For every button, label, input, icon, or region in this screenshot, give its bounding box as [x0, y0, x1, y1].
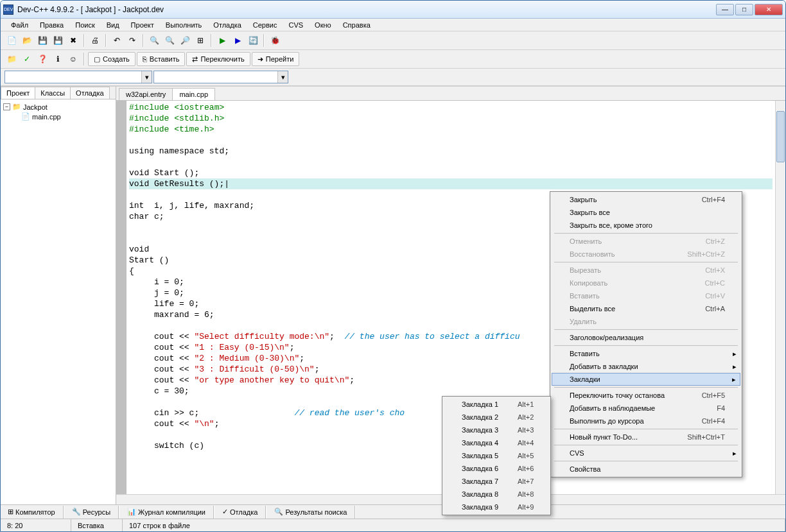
submenu-arrow-icon: ▸	[733, 363, 737, 371]
save-icon[interactable]: 💾	[35, 33, 49, 47]
menu-файл[interactable]: Файл	[6, 20, 33, 30]
toolbar-secondary: 📁 ✓ ❓ ℹ ☺ ▢Создать ⎘Вставить ⇄Переключит…	[1, 50, 785, 69]
bookmark-item[interactable]: Закладка 4Alt+4	[444, 436, 549, 449]
context-item[interactable]: ЗакрытьCtrl+F4	[552, 193, 740, 206]
bookmark-item[interactable]: Закладка 5Alt+5	[444, 449, 549, 462]
find-icon[interactable]: 🔍	[147, 33, 161, 47]
bottom-tab[interactable]: 🔍Результаты поиска	[270, 506, 351, 518]
context-item[interactable]: Добавить в закладки▸	[552, 360, 740, 373]
minimize-button[interactable]: —	[716, 4, 734, 15]
editor-tab[interactable]: w32api.entry	[119, 88, 173, 100]
collapse-icon[interactable]: −	[3, 103, 10, 110]
print-icon[interactable]: 🖨	[88, 33, 102, 47]
context-item[interactable]: Вставить▸	[552, 347, 740, 360]
insert-button[interactable]: ⎘Вставить	[137, 52, 186, 66]
left-tab[interactable]: Классы	[35, 87, 71, 99]
context-item[interactable]: Свойства	[552, 463, 740, 476]
toggle-icon: ⇄	[192, 55, 198, 64]
new-project-icon[interactable]: 📁	[4, 52, 19, 66]
left-panel-tabs: ПроектКлассыОтладка	[1, 87, 116, 99]
smile-icon[interactable]: ☺	[66, 52, 80, 66]
context-item[interactable]: Переключить точку остановаCtrl+F5	[552, 389, 740, 402]
menu-отладка[interactable]: Отладка	[208, 20, 246, 30]
context-menu[interactable]: ЗакрытьCtrl+F4Закрыть всеЗакрыть все, кр…	[550, 191, 742, 477]
context-item[interactable]: Заголовок/реализация	[552, 331, 740, 344]
context-item[interactable]: Закладки▸	[552, 373, 740, 386]
context-item: КопироватьCtrl+C	[552, 277, 740, 289]
bookmark-item[interactable]: Закладка 7Alt+7	[444, 475, 549, 488]
maximize-button[interactable]: □	[735, 4, 753, 15]
app-icon: DEV	[3, 4, 13, 15]
context-item: ВырезатьCtrl+X	[552, 264, 740, 277]
menu-проект[interactable]: Проект	[126, 20, 159, 30]
context-item[interactable]: CVS▸	[552, 447, 740, 459]
find-next-icon[interactable]: 🔎	[178, 33, 192, 47]
context-item[interactable]: Закрыть все, кроме этого	[552, 219, 740, 232]
rebuild-icon[interactable]: 🔄	[246, 33, 260, 47]
left-tab[interactable]: Отладка	[70, 87, 109, 99]
folder-icon: 📁	[12, 103, 21, 111]
bottom-tab[interactable]: ✓Отладка	[218, 506, 262, 518]
bookmark-item[interactable]: Закладка 2Alt+2	[444, 411, 549, 424]
close-button[interactable]: ✕	[755, 4, 783, 15]
current-line: void GetResults ();|	[129, 178, 773, 189]
left-tab[interactable]: Проект	[1, 87, 35, 99]
menu-cvs[interactable]: CVS	[283, 20, 308, 30]
context-item[interactable]: Закрыть все	[552, 206, 740, 219]
bottom-tab[interactable]: ⊞Компилятор	[3, 506, 60, 518]
separator	[143, 34, 144, 47]
bookmark-item[interactable]: Закладка 6Alt+6	[444, 462, 549, 475]
open-icon[interactable]: 📂	[20, 33, 34, 47]
status-mode: Вставка	[71, 519, 123, 531]
menu-сервис[interactable]: Сервис	[248, 20, 283, 30]
vertical-scrollbar[interactable]	[775, 101, 785, 494]
menu-окно[interactable]: Окно	[310, 20, 336, 30]
tree-file[interactable]: 📄 main.cpp	[3, 112, 113, 121]
toggle-button[interactable]: ⇄Переключить	[186, 52, 250, 66]
tree-root-label: Jackpot	[23, 103, 48, 111]
class-combo[interactable]: ▾	[4, 71, 152, 83]
tree-file-label: main.cpp	[32, 113, 61, 121]
go-icon: ➜	[258, 55, 263, 64]
scrollbar-thumb[interactable]	[776, 111, 785, 162]
close-file-icon[interactable]: ✖	[66, 33, 80, 47]
create-button[interactable]: ▢Создать	[88, 52, 135, 66]
method-combo[interactable]: ▾	[153, 71, 288, 83]
separator	[83, 34, 85, 47]
bookmark-item[interactable]: Закладка 3Alt+3	[444, 424, 549, 436]
save-all-icon[interactable]: 💾	[51, 33, 65, 47]
context-item[interactable]: Выделить всеCtrl+A	[552, 302, 740, 315]
bottom-tab[interactable]: 🔧Ресурсы	[67, 506, 115, 518]
replace-icon[interactable]: 🔍	[162, 33, 177, 47]
redo-icon[interactable]: ↷	[125, 33, 139, 47]
tree-root[interactable]: − 📁 Jackpot	[3, 102, 113, 112]
bookmark-item[interactable]: Закладка 9Alt+9	[444, 501, 549, 513]
context-item[interactable]: Добавить в наблюдаемыеF4	[552, 402, 740, 415]
go-button[interactable]: ➜Перейти	[252, 52, 300, 66]
menu-поиск[interactable]: Поиск	[70, 20, 100, 30]
context-item[interactable]: Выполнить до курсораCtrl+F4	[552, 415, 740, 427]
about-icon[interactable]: ℹ	[51, 52, 65, 66]
goto-icon[interactable]: ⊞	[193, 33, 207, 47]
menu-правка[interactable]: Правка	[35, 20, 69, 30]
bottom-tab[interactable]: 📊Журнал компиляции	[123, 506, 210, 518]
context-item[interactable]: Новый пункт To-Do...Shift+Ctrl+T	[552, 431, 740, 443]
compile-icon[interactable]: ▶	[215, 33, 229, 47]
bookmarks-submenu[interactable]: Закладка 1Alt+1Закладка 2Alt+2Закладка 3…	[442, 396, 551, 515]
undo-icon[interactable]: ↶	[110, 33, 124, 47]
menu-вид[interactable]: Вид	[101, 20, 125, 30]
menu-выполнить[interactable]: Выполнить	[161, 20, 207, 30]
debug-icon[interactable]: 🐞	[268, 33, 282, 47]
editor-tab[interactable]: main.cpp	[172, 88, 215, 100]
help-icon[interactable]: ❓	[35, 52, 49, 66]
tab-icon: ⊞	[8, 508, 13, 516]
menu-справка[interactable]: Справка	[338, 20, 376, 30]
run-icon[interactable]: ▶	[231, 33, 245, 47]
tab-icon: 🔧	[72, 508, 81, 516]
separator	[263, 34, 265, 47]
separator	[211, 34, 212, 47]
bookmark-item[interactable]: Закладка 8Alt+8	[444, 488, 549, 501]
bookmark-item[interactable]: Закладка 1Alt+1	[444, 398, 549, 411]
new-file-icon[interactable]: 📄	[4, 33, 19, 47]
tick-icon[interactable]: ✓	[20, 52, 34, 66]
